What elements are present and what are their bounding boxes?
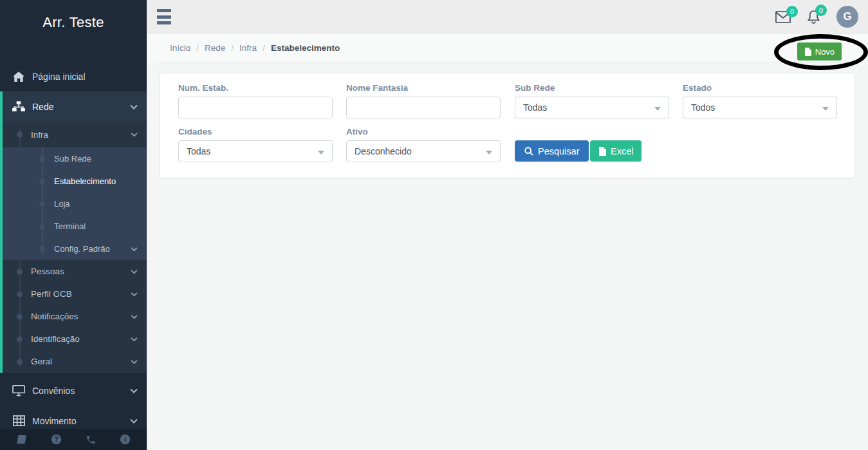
chevron-down-icon [131, 133, 138, 137]
excel-button[interactable]: Excel [590, 140, 642, 162]
app-title: Arr. Teste [0, 0, 147, 46]
breadcrumb-separator: / [257, 43, 271, 53]
sub-rede-label: Sub Rede [515, 83, 555, 93]
sidebar-item-perfil-gcb[interactable]: Perfil GCB [3, 283, 147, 305]
chevron-down-icon [131, 269, 138, 274]
estado-label: Estado [683, 83, 712, 93]
sidebar-item-label: Sub Rede [54, 154, 91, 164]
cidades-select[interactable]: Todas [178, 140, 333, 162]
sidebar-footer: ? i [0, 429, 147, 450]
sidebar-item-label: Infra [31, 130, 48, 140]
estado-select[interactable]: Todos [683, 97, 837, 118]
sidebar-item-geral[interactable]: Geral [3, 350, 147, 373]
help-icon[interactable]: ? [51, 434, 62, 445]
sidebar-item-notificacoes[interactable]: Notificações [3, 305, 147, 328]
search-icon [524, 147, 533, 156]
bullet-icon [39, 201, 45, 207]
sidebar-item-label: Config. Padrão [54, 244, 110, 254]
sidebar-item-label: Rede [32, 102, 53, 112]
book-icon[interactable] [16, 435, 27, 445]
sidebar-item-label: Perfil GCB [31, 289, 72, 299]
new-button-label: Novo [815, 47, 835, 57]
sitemap-icon [12, 100, 26, 113]
ativo-select[interactable]: Desconhecido [346, 140, 501, 162]
search-button[interactable]: Pesquisar [515, 140, 589, 162]
bullet-icon [17, 314, 23, 319]
filter-panel: Num. Estab. Nome Fantasia Sub Rede Todas… [160, 73, 855, 179]
table-icon [12, 415, 26, 427]
breadcrumb-separator: / [190, 43, 205, 53]
sidebar-item-config-padrao[interactable]: Config. Padrão [3, 238, 147, 260]
sidebar-item-rede[interactable]: Rede [0, 91, 147, 122]
num-estab-input[interactable] [178, 97, 333, 118]
bullet-icon [39, 178, 45, 184]
menu-toggle-icon[interactable] [157, 9, 171, 24]
sidebar-item-label: Pessoas [31, 267, 64, 276]
avatar[interactable]: G [836, 6, 858, 28]
sidebar-item-pessoas[interactable]: Pessoas [3, 260, 147, 283]
search-button-label: Pesquisar [538, 146, 579, 156]
content-area: Num. Estab. Nome Fantasia Sub Rede Todas… [147, 62, 868, 450]
sidebar-item-label: Página inicial [32, 71, 86, 82]
chevron-down-icon [131, 292, 138, 296]
navbar-right: 0 0 G [775, 0, 858, 33]
phone-icon[interactable] [86, 435, 96, 445]
sidebar-item-label: Notificações [31, 312, 78, 321]
breadcrumb-bar: Início / Rede / Infra / Estabelecimento … [147, 33, 868, 62]
bullet-icon [39, 156, 45, 162]
sub-rede-select[interactable]: Todas [515, 97, 669, 118]
bullet-icon [17, 132, 23, 138]
sidebar-item-pagina-inicial[interactable]: Página inicial [0, 61, 147, 91]
breadcrumb: Início / Rede / Infra / Estabelecimento [170, 33, 340, 62]
notifications-icon[interactable]: 0 [808, 10, 820, 24]
estado-selected-value: Todos [691, 102, 715, 113]
nome-fantasia-input[interactable] [346, 97, 501, 118]
top-navbar: 0 0 G [147, 0, 868, 33]
file-icon [598, 147, 606, 156]
breadcrumb-link-inicio[interactable]: Início [170, 43, 190, 53]
ativo-label: Ativo [346, 127, 368, 136]
sidebar-item-label: Terminal [54, 221, 86, 231]
ativo-selected-value: Desconhecido [355, 146, 412, 156]
sidebar-nav: Página inicial Rede Infra S [0, 61, 147, 436]
sidebar-item-terminal[interactable]: Terminal [3, 215, 147, 238]
info-icon[interactable]: i [120, 434, 131, 445]
bullet-icon [17, 268, 23, 274]
sidebar-item-sub-rede[interactable]: Sub Rede [3, 147, 147, 170]
sidebar-item-identificacao[interactable]: Identificação [3, 328, 147, 350]
monitor-icon [12, 384, 26, 397]
home-icon [12, 70, 26, 83]
sidebar-item-label: Geral [31, 357, 52, 366]
excel-button-label: Excel [611, 146, 633, 156]
num-estab-label: Num. Estab. [178, 83, 228, 93]
sidebar-item-loja[interactable]: Loja [3, 192, 147, 215]
cidades-label: Cidades [178, 127, 212, 136]
main-area: 0 0 G Início / Rede / Infra / Estabeleci… [147, 0, 868, 450]
breadcrumb-link-infra[interactable]: Infra [239, 43, 257, 53]
svg-text:i: i [124, 435, 126, 443]
chevron-down-icon [130, 388, 138, 393]
new-button[interactable]: Novo [797, 42, 842, 61]
sidebar-item-convenios[interactable]: Convênios [0, 375, 147, 406]
sidebar-item-label: Convênios [32, 386, 75, 396]
chevron-down-icon [131, 247, 138, 251]
sidebar-item-label: Loja [54, 199, 70, 209]
breadcrumb-separator: / [225, 43, 239, 53]
sidebar-item-infra[interactable]: Infra [3, 122, 147, 147]
sidebar-item-estabelecimento[interactable]: Estabelecimento [3, 170, 147, 192]
nome-fantasia-label: Nome Fantasia [346, 83, 408, 93]
cidades-selected-value: Todas [187, 146, 210, 156]
sidebar-item-label: Movimento [32, 416, 76, 426]
rede-submenu: Infra Sub Rede Estabelecimento Loja [0, 122, 147, 373]
file-icon [804, 48, 811, 56]
chevron-down-icon [131, 314, 138, 319]
chevron-down-icon [130, 418, 138, 424]
sub-rede-selected-value: Todas [523, 102, 547, 113]
bullet-icon [39, 246, 45, 252]
chevron-down-icon [130, 104, 138, 109]
infra-submenu: Sub Rede Estabelecimento Loja Terminal C… [3, 147, 147, 260]
breadcrumb-link-rede[interactable]: Rede [205, 43, 225, 53]
chevron-down-icon [131, 337, 138, 341]
messages-icon[interactable]: 0 [775, 11, 791, 23]
chevron-down-icon [131, 359, 138, 364]
